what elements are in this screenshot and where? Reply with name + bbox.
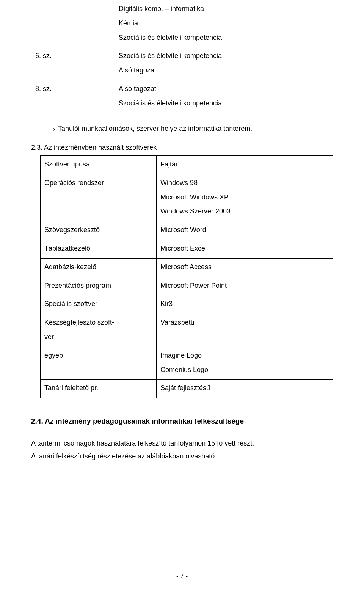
cell-line: Microsoft Windows XP xyxy=(160,190,329,205)
arrow-text: Tanulói munkaállomások, szerver helye az… xyxy=(58,122,252,135)
cell: Varázsbetű xyxy=(157,314,333,347)
cell-line: Készségfejlesztő szoft- xyxy=(44,315,152,330)
cell: Szoftver típusa xyxy=(41,155,157,174)
cell: Szövegszerkesztő xyxy=(41,221,157,240)
cell-line: Kémia xyxy=(119,16,329,31)
page-number: - 7 - xyxy=(0,573,364,580)
cell-line: Alsó tagozat xyxy=(119,63,329,78)
arrow-note: ⇒ Tanulói munkaállomások, szerver helye … xyxy=(31,113,333,142)
cell: Microsoft Word xyxy=(157,221,333,240)
table-row: Speciális szoftver Kir3 xyxy=(41,295,333,314)
table-row: Digitális komp. – informatika Kémia Szoc… xyxy=(31,0,333,47)
table-row: Operációs rendszer Windows 98 Microsoft … xyxy=(41,174,333,221)
table-row: Prezentációs program Microsoft Power Poi… xyxy=(41,277,333,295)
table-row: 8. sz. Alsó tagozat Szociális és életvit… xyxy=(31,80,333,113)
table-row: Tanári feleltető pr. Saját fejlesztésű xyxy=(41,380,333,398)
double-arrow-icon: ⇒ xyxy=(49,122,55,135)
competency-table: Digitális komp. – informatika Kémia Szoc… xyxy=(31,0,333,113)
cell: Tanári feleltető pr. xyxy=(41,380,157,398)
cell: Készségfejlesztő szoft- ver xyxy=(41,314,157,347)
cell-right: Alsó tagozat Szociális és életviteli kom… xyxy=(115,80,333,113)
section-2-3-label: 2.3. Az intézményben használt szoftverek xyxy=(31,142,333,155)
cell-left xyxy=(31,0,115,47)
cell-line: Szociális és életviteli kompetencia xyxy=(119,96,329,111)
cell-line: Imagine Logo xyxy=(160,348,329,363)
table-row: Adatbázis-kezelő Microsoft Access xyxy=(41,258,333,277)
table-row: Szövegszerkesztő Microsoft Word xyxy=(41,221,333,240)
cell-line: Szociális és életviteli kompetencia xyxy=(119,49,329,63)
section-2-4-heading: 2.4. Az intézmény pedagógusainak informa… xyxy=(31,398,333,437)
cell: egyéb xyxy=(41,347,157,380)
cell-line: Szociális és életviteli kompetencia xyxy=(119,31,329,45)
cell-line: Alsó tagozat xyxy=(119,82,329,96)
cell: Fajtái xyxy=(157,155,333,174)
cell: Kir3 xyxy=(157,295,333,314)
cell-line: Comenius Logo xyxy=(160,363,329,377)
table-row: Szoftver típusa Fajtái xyxy=(41,155,333,174)
cell: Imagine Logo Comenius Logo xyxy=(157,347,333,380)
body-paragraph: A tantermi csomagok használatára felkész… xyxy=(31,437,333,450)
cell: Prezentációs program xyxy=(41,277,157,295)
table-row: 6. sz. Szociális és életviteli kompetenc… xyxy=(31,47,333,80)
cell-left: 6. sz. xyxy=(31,47,115,80)
cell: Microsoft Access xyxy=(157,258,333,277)
table-row: Táblázatkezelő Microsoft Excel xyxy=(41,240,333,258)
cell-line: ver xyxy=(44,330,152,344)
cell-line: Windows Szerver 2003 xyxy=(160,204,329,219)
cell-left: 8. sz. xyxy=(31,80,115,113)
table-row: Készségfejlesztő szoft- ver Varázsbetű xyxy=(41,314,333,347)
body-paragraph: A tanári felkészültség részletezése az a… xyxy=(31,450,333,463)
cell: Adatbázis-kezelő xyxy=(41,258,157,277)
cell: Operációs rendszer xyxy=(41,174,157,221)
cell-line: Windows 98 xyxy=(160,176,329,190)
cell: Saját fejlesztésű xyxy=(157,380,333,398)
cell-line: Digitális komp. – informatika xyxy=(119,2,329,16)
software-table: Szoftver típusa Fajtái Operációs rendsze… xyxy=(40,155,333,398)
cell: Microsoft Power Point xyxy=(157,277,333,295)
cell-right: Szociális és életviteli kompetencia Alsó… xyxy=(115,47,333,80)
cell: Speciális szoftver xyxy=(41,295,157,314)
cell: Windows 98 Microsoft Windows XP Windows … xyxy=(157,174,333,221)
table-row: egyéb Imagine Logo Comenius Logo xyxy=(41,347,333,380)
cell: Microsoft Excel xyxy=(157,240,333,258)
cell-right: Digitális komp. – informatika Kémia Szoc… xyxy=(115,0,333,47)
cell: Táblázatkezelő xyxy=(41,240,157,258)
